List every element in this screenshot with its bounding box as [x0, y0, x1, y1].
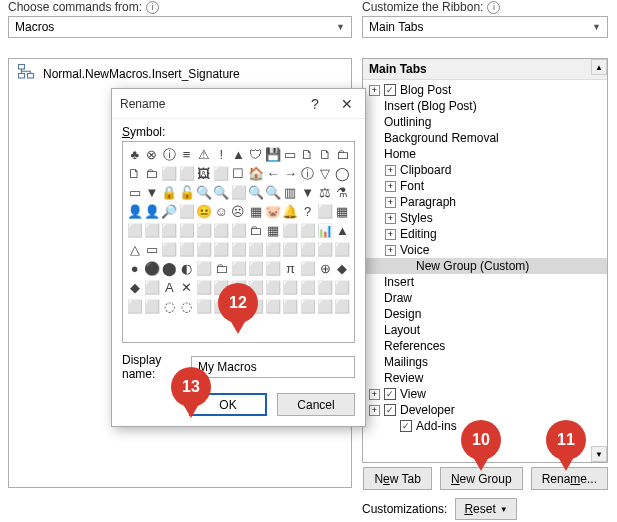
symbol-cell[interactable]: ⬜ [317, 279, 332, 296]
tree-item[interactable]: Add-ins [363, 418, 607, 434]
symbol-cell[interactable]: π [283, 260, 298, 277]
symbol-cell[interactable]: 🗀 [144, 165, 159, 182]
symbol-cell[interactable]: ⬜ [179, 241, 194, 258]
symbol-cell[interactable]: ⬜ [179, 222, 194, 239]
checkbox[interactable] [384, 404, 396, 416]
tree-item[interactable]: +View [363, 386, 607, 402]
symbol-cell[interactable]: ⊗ [144, 146, 159, 163]
symbol-cell[interactable]: ⬜ [162, 222, 177, 239]
symbol-cell[interactable]: 🗋 [317, 146, 332, 163]
symbol-grid[interactable]: ♣⊗ⓘ≡⚠!▲🛡💾▭🗋🗋🗀🗋🗀⬜⬜🖼⬜☐🏠←→ⓘ▽◯▭▼🔒🔓🔍🔍⬜🔍🔍▥▼⚖⚗👤… [122, 141, 355, 343]
tree-item[interactable]: +Paragraph [363, 194, 607, 210]
ribbon-tree[interactable]: Main Tabs +Blog PostInsert (Blog Post)Ou… [362, 58, 608, 463]
expand-icon[interactable]: + [385, 197, 396, 208]
symbol-cell[interactable]: ⬜ [162, 241, 177, 258]
checkbox[interactable] [384, 388, 396, 400]
symbol-cell[interactable]: ▼ [300, 184, 315, 201]
symbol-cell[interactable]: ⬜ [317, 203, 332, 220]
symbol-cell[interactable]: ⬜ [179, 165, 194, 182]
symbol-cell[interactable]: ✕ [179, 279, 194, 296]
symbol-cell[interactable]: ⬜ [214, 241, 229, 258]
tree-item[interactable]: +Voice [363, 242, 607, 258]
new-group-button[interactable]: New Group [440, 467, 523, 490]
symbol-cell[interactable]: 🖼 [196, 165, 211, 182]
symbol-cell[interactable]: ◆ [127, 279, 142, 296]
symbol-cell[interactable]: ⚗ [335, 184, 350, 201]
symbol-cell[interactable]: 🔍 [248, 184, 263, 201]
tree-item[interactable]: Review [363, 370, 607, 386]
symbol-cell[interactable]: ▭ [144, 241, 159, 258]
symbol-cell[interactable]: 🔓 [179, 184, 194, 201]
symbol-cell[interactable]: ⬜ [300, 222, 315, 239]
symbol-cell[interactable]: ⬜ [214, 279, 229, 296]
symbol-cell[interactable]: ⬜ [248, 260, 263, 277]
symbol-cell[interactable]: 🗀 [248, 222, 263, 239]
symbol-cell[interactable]: ☺ [214, 203, 229, 220]
expand-icon[interactable]: + [385, 165, 396, 176]
checkbox[interactable] [400, 420, 412, 432]
symbol-cell[interactable]: ⬜ [196, 260, 211, 277]
tree-item[interactable]: Home [363, 146, 607, 162]
symbol-cell[interactable]: 🔍 [214, 184, 229, 201]
symbol-cell[interactable]: ⬜ [317, 241, 332, 258]
symbol-cell[interactable]: ⬜ [231, 222, 246, 239]
symbol-cell[interactable]: ◌ [179, 298, 194, 315]
symbol-cell[interactable]: ⬜ [265, 241, 280, 258]
scroll-up-icon[interactable]: ▲ [591, 59, 607, 75]
scroll-down-icon[interactable]: ▼ [591, 446, 607, 462]
symbol-cell[interactable]: ⚫ [144, 260, 159, 277]
symbol-cell[interactable]: 🛡 [248, 146, 263, 163]
symbol-cell[interactable]: ⓘ [162, 146, 177, 163]
symbol-cell[interactable]: ⬤ [162, 260, 177, 277]
symbol-cell[interactable]: ⬜ [283, 279, 298, 296]
symbol-cell[interactable]: ☐ [231, 165, 246, 182]
symbol-cell[interactable]: ⬜ [335, 241, 350, 258]
display-name-input[interactable] [191, 356, 355, 378]
symbol-cell[interactable]: ▲ [231, 146, 246, 163]
symbol-cell[interactable]: ▥ [283, 184, 298, 201]
symbol-cell[interactable]: ? [300, 203, 315, 220]
symbol-cell[interactable]: ▭ [127, 184, 142, 201]
choose-commands-dropdown[interactable]: Macros ▼ [8, 16, 352, 38]
symbol-cell[interactable]: 🔒 [162, 184, 177, 201]
tree-item[interactable]: Design [363, 306, 607, 322]
symbol-cell[interactable]: 🔎 [162, 203, 177, 220]
tree-item[interactable]: Background Removal [363, 130, 607, 146]
symbol-cell[interactable]: 🏠 [248, 165, 263, 182]
symbol-cell[interactable]: 🗋 [300, 146, 315, 163]
tree-item[interactable]: Insert [363, 274, 607, 290]
reset-button[interactable]: Reset ▼ [455, 498, 516, 520]
symbol-cell[interactable]: ⬜ [214, 222, 229, 239]
symbol-cell[interactable]: ⬜ [231, 260, 246, 277]
expand-icon[interactable]: + [369, 85, 380, 96]
expand-icon[interactable]: + [369, 405, 380, 416]
symbol-cell[interactable]: ⬜ [144, 298, 159, 315]
symbol-cell[interactable]: ⬜ [265, 298, 280, 315]
symbol-cell[interactable]: ⬜ [300, 241, 315, 258]
symbol-cell[interactable]: → [283, 165, 298, 182]
symbol-cell[interactable]: 🗀 [335, 146, 350, 163]
symbol-cell[interactable]: ← [265, 165, 280, 182]
symbol-cell[interactable]: ⬜ [144, 222, 159, 239]
symbol-cell[interactable]: ▦ [265, 222, 280, 239]
symbol-cell[interactable]: ⬜ [231, 184, 246, 201]
symbol-cell[interactable]: ● [127, 260, 142, 277]
symbol-cell[interactable]: 🗋 [127, 165, 142, 182]
tree-item[interactable]: +Font [363, 178, 607, 194]
symbol-cell[interactable]: ⚠ [196, 146, 211, 163]
tree-item[interactable]: Mailings [363, 354, 607, 370]
symbol-cell[interactable]: ⬜ [283, 222, 298, 239]
tree-item[interactable]: References [363, 338, 607, 354]
symbol-cell[interactable]: ▦ [248, 203, 263, 220]
tree-item[interactable]: +Editing [363, 226, 607, 242]
symbol-cell[interactable]: ⬜ [317, 298, 332, 315]
symbol-cell[interactable]: A [162, 279, 177, 296]
symbol-cell[interactable]: ⬜ [335, 298, 350, 315]
symbol-cell[interactable]: ☹ [231, 203, 246, 220]
symbol-cell[interactable]: 🔍 [196, 184, 211, 201]
symbol-cell[interactable]: ⓘ [300, 165, 315, 182]
symbol-cell[interactable]: ⬜ [196, 279, 211, 296]
info-icon[interactable]: i [146, 1, 159, 14]
symbol-cell[interactable]: ⬜ [144, 279, 159, 296]
symbol-cell[interactable]: ⬜ [335, 279, 350, 296]
